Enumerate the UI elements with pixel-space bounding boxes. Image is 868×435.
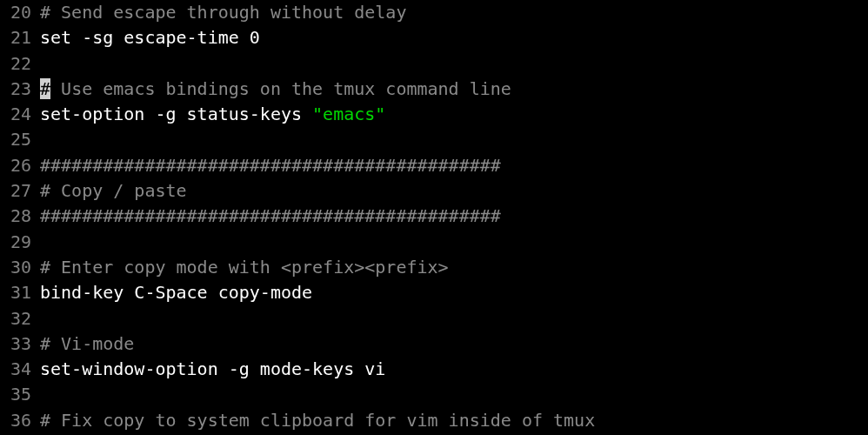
- line-number: 27: [0, 178, 31, 204]
- line-number: 32: [0, 306, 31, 331]
- cursor-token: #: [40, 78, 50, 99]
- line-number: 25: [0, 127, 31, 152]
- code-line: 27# Copy / paste: [0, 178, 868, 204]
- code-content: set-option -g status-keys "emacs": [31, 102, 385, 127]
- code-line: 25: [0, 127, 868, 152]
- string-token: "emacs": [312, 104, 385, 124]
- code-line: 24set-option -g status-keys "emacs": [0, 102, 868, 127]
- code-editor[interactable]: 20# Send escape through without delay21s…: [0, 0, 868, 433]
- comment-token: Use emacs bindings on the tmux command l…: [50, 78, 511, 99]
- line-number: 23: [0, 77, 31, 102]
- comment-token: # Enter copy mode with <prefix><prefix>: [40, 257, 449, 278]
- code-line: 31bind-key C-Space copy-mode: [0, 280, 868, 305]
- comment-token: # Copy / paste: [40, 180, 187, 201]
- code-line: 32: [0, 306, 868, 331]
- code-content: [31, 230, 50, 255]
- code-line: 33# Vi-mode: [0, 331, 868, 357]
- code-line: 35: [0, 382, 868, 407]
- code-content: [31, 382, 50, 407]
- plain-token: set-window-option -g mode-keys vi: [40, 358, 385, 379]
- line-number: 21: [0, 25, 31, 50]
- plain-token: set-option -g status-keys: [40, 104, 312, 124]
- comment-token: # Send escape through without delay: [40, 2, 406, 23]
- line-number: 36: [0, 408, 31, 433]
- code-line: 29: [0, 230, 868, 255]
- code-line: 30# Enter copy mode with <prefix><prefix…: [0, 255, 868, 280]
- comment-token: ########################################…: [40, 155, 501, 176]
- plain-token: set -sg escape-time 0: [40, 27, 260, 48]
- code-line: 21set -sg escape-time 0: [0, 25, 868, 50]
- code-content: # Use emacs bindings on the tmux command…: [31, 77, 511, 102]
- line-number: 29: [0, 230, 31, 255]
- comment-token: # Vi-mode: [40, 333, 134, 354]
- code-line: 28######################################…: [0, 204, 868, 229]
- code-content: set-window-option -g mode-keys vi: [31, 357, 385, 382]
- code-content: [31, 127, 50, 152]
- code-line: 34set-window-option -g mode-keys vi: [0, 357, 868, 382]
- code-line: 22: [0, 51, 868, 77]
- line-number: 30: [0, 255, 31, 280]
- code-content: bind-key C-Space copy-mode: [31, 280, 312, 305]
- code-content: # Copy / paste: [31, 178, 187, 204]
- code-content: # Send escape through without delay: [31, 0, 406, 25]
- plain-token: bind-key C-Space copy-mode: [40, 282, 312, 303]
- line-number: 20: [0, 0, 31, 25]
- line-number: 35: [0, 382, 31, 407]
- line-number: 28: [0, 204, 31, 229]
- code-content: # Enter copy mode with <prefix><prefix>: [31, 255, 449, 280]
- line-number: 34: [0, 357, 31, 382]
- code-content: [31, 306, 50, 331]
- line-number: 26: [0, 153, 31, 178]
- code-content: ########################################…: [31, 204, 501, 229]
- code-line: 26######################################…: [0, 153, 868, 178]
- line-number: 24: [0, 102, 31, 127]
- line-number: 22: [0, 51, 31, 77]
- code-line: 23# Use emacs bindings on the tmux comma…: [0, 77, 868, 102]
- code-content: ########################################…: [31, 153, 501, 178]
- code-line: 20# Send escape through without delay: [0, 0, 868, 25]
- line-number: 33: [0, 331, 31, 357]
- code-content: # Fix copy to system clipboard for vim i…: [31, 408, 595, 433]
- comment-token: # Fix copy to system clipboard for vim i…: [40, 410, 595, 431]
- code-content: [31, 51, 50, 77]
- code-content: set -sg escape-time 0: [31, 25, 260, 50]
- code-line: 36# Fix copy to system clipboard for vim…: [0, 408, 868, 433]
- code-content: # Vi-mode: [31, 331, 134, 357]
- line-number: 31: [0, 280, 31, 305]
- comment-token: ########################################…: [40, 205, 501, 226]
